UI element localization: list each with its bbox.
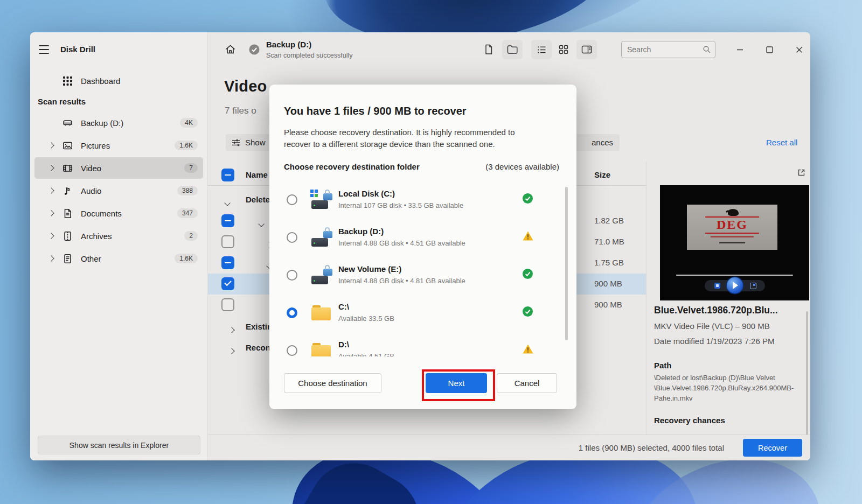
destination-list: Local Disk (C:) Internal 107 GB disk • 3…	[269, 181, 576, 356]
search-icon	[703, 45, 711, 54]
radio-button[interactable]	[287, 232, 297, 243]
chevron-down-icon[interactable]	[225, 198, 230, 207]
chevron-right-icon[interactable]	[44, 256, 58, 261]
maximize-button[interactable]	[761, 41, 777, 58]
play-button[interactable]	[727, 277, 743, 293]
sidebar-item-dashboard[interactable]: Dashboard	[34, 70, 203, 92]
reset-all-link[interactable]: Reset all	[766, 138, 797, 147]
chevron-right-icon[interactable]	[230, 346, 234, 355]
radio-button[interactable]	[287, 270, 297, 281]
scanned-drive-title: Backup (D:)	[266, 40, 311, 49]
show-scan-results-button[interactable]: Show scan results in Explorer	[38, 436, 200, 454]
file-icon	[58, 253, 77, 264]
archive-icon	[58, 230, 77, 242]
grid-view-button[interactable]	[553, 40, 574, 59]
chevron-right-icon[interactable]	[44, 234, 58, 238]
page-title: Video	[224, 78, 267, 95]
sidebar-item-label: Dashboard	[81, 76, 203, 86]
destination-option-d-root[interactable]: D:\ Available 4.51 GB	[269, 332, 576, 356]
search-box	[621, 41, 715, 58]
cancel-button[interactable]: Cancel	[497, 373, 557, 393]
sidebar-item-label: Other	[81, 254, 175, 263]
file-date-modified: Date modified 1/19/2023 7:26 PM	[654, 337, 774, 346]
chevron-right-icon[interactable]	[44, 211, 58, 215]
choose-destination-button[interactable]: Choose destination	[284, 373, 381, 393]
sidebar-item-audio[interactable]: Audio 388	[34, 180, 203, 201]
chevron-down-icon[interactable]	[259, 219, 263, 228]
radio-button-selected[interactable]	[287, 307, 297, 318]
search-input[interactable]	[626, 41, 698, 58]
hamburger-menu-icon[interactable]	[38, 44, 51, 55]
count-badge: 7	[184, 163, 198, 173]
lock-icon	[323, 193, 332, 200]
sidebar-item-backup-d[interactable]: Backup (D:) 4K	[34, 112, 203, 134]
video-preview[interactable]: DEG	[660, 185, 809, 300]
disk-drill-window: Disk Drill Dashboard Scan results	[30, 32, 810, 460]
destination-option-c-root[interactable]: C:\ Available 33.5 GB	[269, 295, 576, 332]
destination-option-backup-d[interactable]: Backup (D:) Internal 4.88 GB disk • 4.51…	[269, 219, 576, 257]
row-checkbox[interactable]	[221, 277, 234, 290]
destination-option-local-disk-c[interactable]: Local Disk (C:) Internal 107 GB disk • 3…	[269, 181, 576, 219]
row-checkbox[interactable]	[221, 235, 234, 248]
sidebar-item-other[interactable]: Other 1.6K	[34, 248, 203, 269]
preview-panel-button[interactable]	[576, 40, 597, 59]
radio-button[interactable]	[287, 194, 297, 205]
scan-status-text: Scan completed successfully	[266, 52, 353, 59]
stop-button[interactable]	[714, 283, 720, 289]
sidebar-item-pictures[interactable]: Pictures 1.6K	[34, 135, 203, 156]
path-value: \Deleted or lost\Backup (D)\Blue Velvet …	[654, 373, 800, 403]
filter-sliders-icon	[231, 138, 241, 148]
audio-icon	[58, 185, 77, 197]
scan-results-heading: Scan results	[38, 97, 86, 106]
open-folder-button[interactable]	[502, 40, 523, 59]
next-button[interactable]: Next	[426, 373, 487, 393]
row-checkbox[interactable]	[221, 214, 234, 227]
dialog-scrollbar[interactable]	[565, 187, 568, 340]
open-external-icon[interactable]	[797, 168, 806, 177]
file-name: Blue.Velvet.1986.720p.Blu...	[654, 305, 778, 316]
lock-icon	[323, 269, 332, 276]
sidebar-item-video[interactable]: Video 7	[34, 157, 203, 179]
fullscreen-button[interactable]	[750, 283, 756, 289]
sidebar-item-label: Video	[81, 164, 184, 173]
destination-option-new-volume-e[interactable]: New Volume (E:) Internal 4.88 GB disk • …	[269, 257, 576, 295]
ok-status-icon	[523, 269, 533, 279]
chevron-right-icon[interactable]	[230, 325, 234, 334]
new-session-button[interactable]	[478, 40, 499, 59]
chooser-label: Choose recovery destination folder	[284, 162, 420, 171]
name-column-header[interactable]: Name	[246, 170, 268, 179]
recovery-chances-label: Recovery chances	[654, 416, 725, 425]
minimize-button[interactable]	[732, 41, 748, 58]
radio-button[interactable]	[287, 345, 297, 356]
select-all-checkbox[interactable]	[221, 169, 234, 181]
list-view-button[interactable]	[531, 40, 552, 59]
folder-icon	[310, 303, 332, 323]
drive-icon	[58, 117, 77, 129]
sidebar-item-archives[interactable]: Archives 2	[34, 225, 203, 247]
chevron-right-icon[interactable]	[44, 188, 58, 193]
ok-status-icon	[523, 306, 533, 317]
count-badge: 4K	[180, 118, 198, 128]
drive-icon	[310, 227, 332, 248]
pictures-icon	[58, 140, 77, 151]
size-column-header[interactable]: Size	[594, 170, 610, 179]
count-badge: 347	[177, 208, 198, 218]
chevron-right-icon[interactable]	[44, 143, 58, 148]
close-button[interactable]	[791, 41, 807, 58]
row-checkbox[interactable]	[221, 298, 234, 311]
path-label: Path	[654, 361, 672, 370]
sidebar-item-label: Archives	[81, 232, 184, 241]
sidebar: Disk Drill Dashboard Scan results	[30, 32, 208, 460]
count-badge: 388	[177, 186, 198, 195]
row-checkbox[interactable]	[221, 256, 234, 269]
chevron-right-icon[interactable]	[44, 166, 58, 170]
recover-button[interactable]: Recover	[743, 439, 802, 457]
show-filter-button[interactable]: Show	[226, 134, 273, 151]
home-icon[interactable]	[224, 43, 237, 55]
panel-scrollbar[interactable]	[806, 311, 808, 435]
scan-complete-icon	[249, 44, 260, 55]
count-badge: 2	[184, 231, 198, 241]
sidebar-item-documents[interactable]: Documents 347	[34, 202, 203, 224]
video-progress-bar[interactable]	[676, 275, 793, 276]
dialog-title: You have 1 files / 900 MB to recover	[284, 105, 467, 117]
